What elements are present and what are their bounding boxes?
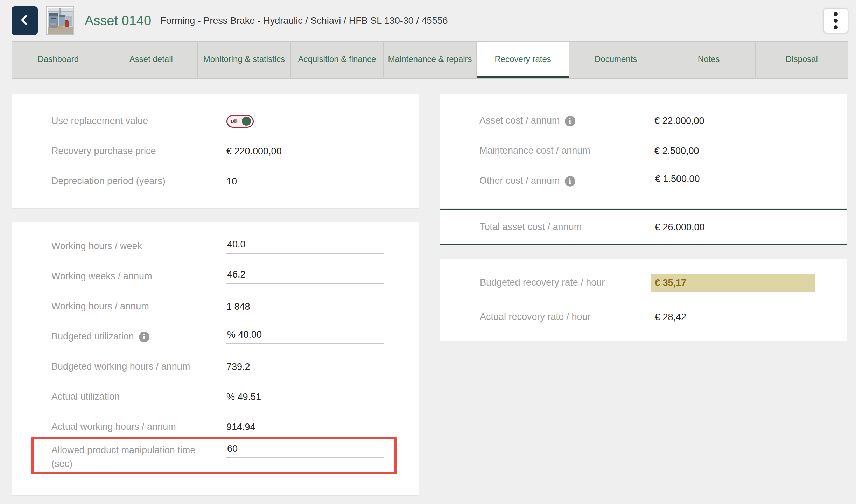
actual-working-hours-annum-value: 914.94 [226, 422, 255, 433]
asset-photo-thumbnail[interactable] [46, 6, 74, 35]
recovery-rates-box: Budgeted recovery rate / hour € 35,17 Ac… [440, 259, 847, 341]
other-cost-annum-input[interactable] [654, 174, 815, 188]
chevron-left-icon [19, 12, 31, 29]
budgeted-utilization-input[interactable] [226, 329, 384, 344]
row-budgeted-utilization: Budgeted utilizationi [12, 322, 419, 352]
field-label: Actual recovery rate / hour [480, 310, 655, 324]
row-depreciation-period: Depreciation period (years) 10 [12, 166, 419, 196]
right-column: Asset cost / annumi € 22.000,00 Maintena… [440, 94, 847, 341]
tab-acquisition-finance[interactable]: Acquisition & finance [291, 42, 384, 78]
row-use-replacement-value: Use replacement value off [12, 106, 419, 136]
row-working-hours-annum: Working hours / annum 1 848 [12, 292, 419, 322]
info-icon[interactable]: i [565, 116, 575, 126]
field-label: Budgeted utilizationi [51, 330, 226, 343]
field-label: Total asset cost / annum [480, 220, 655, 234]
row-working-weeks-annum: Working weeks / annum [12, 261, 419, 292]
field-label: Working weeks / annum [51, 270, 226, 283]
budgeted-recovery-rate-value: € 35,17 [651, 274, 815, 292]
working-hours-annum-value: 1 848 [226, 301, 250, 312]
tab-bar: Dashboard Asset detail Monitoring & stat… [12, 41, 848, 79]
allowed-product-manipulation-time-input[interactable] [226, 443, 384, 458]
depreciation-period-value: 10 [226, 176, 237, 187]
working-weeks-annum-input[interactable] [226, 269, 384, 284]
tab-monitoring-statistics[interactable]: Monitoring & statistics [198, 42, 291, 78]
more-options-button[interactable] [823, 8, 848, 33]
asset-cost-annum-value: € 22.000,00 [654, 115, 704, 126]
row-recovery-purchase-price: Recovery purchase price € 220.000,00 [12, 136, 419, 166]
row-total-asset-cost-annum: Total asset cost / annum € 26.000,00 [440, 210, 847, 244]
actual-utilization-value: % 49.51 [226, 392, 261, 402]
field-label: Actual utilization [51, 390, 226, 404]
page-title: Asset 0140 [85, 13, 151, 28]
tab-asset-detail[interactable]: Asset detail [105, 42, 198, 78]
field-label: Working hours / week [51, 239, 226, 253]
row-budgeted-working-hours-annum: Budgeted working hours / annum 739.2 [12, 352, 419, 382]
row-other-cost-annum: Other cost / annumi [440, 166, 847, 196]
row-budgeted-recovery-rate: Budgeted recovery rate / hour € 35,17 [440, 266, 847, 300]
recovery-rates-panel: Use replacement value off Recovery purch… [0, 79, 856, 496]
field-label: Budgeted recovery rate / hour [480, 276, 655, 289]
use-replacement-value-toggle[interactable]: off [226, 115, 254, 128]
info-icon[interactable]: i [565, 176, 575, 187]
maintenance-cost-annum-value: € 2.500,00 [654, 146, 699, 156]
field-label: Actual working hours / annum [51, 420, 226, 434]
back-button[interactable] [12, 6, 38, 35]
tab-maintenance-repairs[interactable]: Maintenance & repairs [384, 42, 477, 78]
actual-recovery-rate-value: € 28,42 [655, 312, 686, 323]
field-label: Recovery purchase price [51, 144, 226, 158]
row-actual-utilization: Actual utilization % 49.51 [12, 382, 419, 412]
working-hours-card: Working hours / week Working weeks / ann… [12, 222, 419, 496]
field-label: Asset cost / annumi [479, 114, 654, 127]
row-maintenance-cost-annum: Maintenance cost / annum € 2.500,00 [440, 136, 847, 166]
tab-dashboard[interactable]: Dashboard [12, 42, 105, 78]
row-allowed-product-manipulation-time: Allowed product manipulation time (sec) [12, 442, 419, 485]
asset-description: Forming - Press Brake - Hydraulic / Schi… [160, 15, 448, 26]
budgeted-working-hours-annum-value: 739.2 [226, 362, 250, 372]
app-header: Asset 0140 Forming - Press Brake - Hydra… [0, 0, 856, 41]
asset-photo [48, 8, 73, 34]
row-asset-cost-annum: Asset cost / annumi € 22.000,00 [440, 106, 847, 136]
toggle-knob [242, 117, 251, 126]
total-asset-cost-annum-value: € 26.000,00 [655, 222, 705, 233]
row-working-hours-week: Working hours / week [12, 231, 419, 261]
field-label: Allowed product manipulation time (sec) [51, 443, 226, 471]
kebab-menu-icon [834, 12, 838, 29]
left-column: Use replacement value off Recovery purch… [12, 94, 419, 496]
recovery-purchase-price-value: € 220.000,00 [226, 146, 282, 157]
valuation-card: Use replacement value off Recovery purch… [12, 94, 419, 209]
tab-documents[interactable]: Documents [569, 42, 662, 78]
toggle-state-label: off [231, 118, 238, 124]
costs-card: Asset cost / annumi € 22.000,00 Maintena… [440, 94, 847, 208]
field-label: Budgeted working hours / annum [51, 360, 226, 373]
field-label: Maintenance cost / annum [479, 144, 654, 158]
working-hours-week-input[interactable] [226, 239, 384, 254]
field-label: Depreciation period (years) [51, 174, 226, 188]
tab-disposal[interactable]: Disposal [756, 42, 848, 78]
field-label: Working hours / annum [51, 300, 226, 313]
info-icon[interactable]: i [139, 332, 149, 342]
row-actual-working-hours-annum: Actual working hours / annum 914.94 [12, 412, 419, 442]
tab-recovery-rates[interactable]: Recovery rates [477, 42, 570, 78]
field-label: Use replacement value [51, 114, 226, 128]
tab-notes[interactable]: Notes [662, 42, 756, 78]
field-label: Other cost / annumi [479, 174, 654, 188]
total-asset-cost-box: Total asset cost / annum € 26.000,00 [440, 209, 847, 245]
row-actual-recovery-rate: Actual recovery rate / hour € 28,42 [440, 300, 847, 334]
